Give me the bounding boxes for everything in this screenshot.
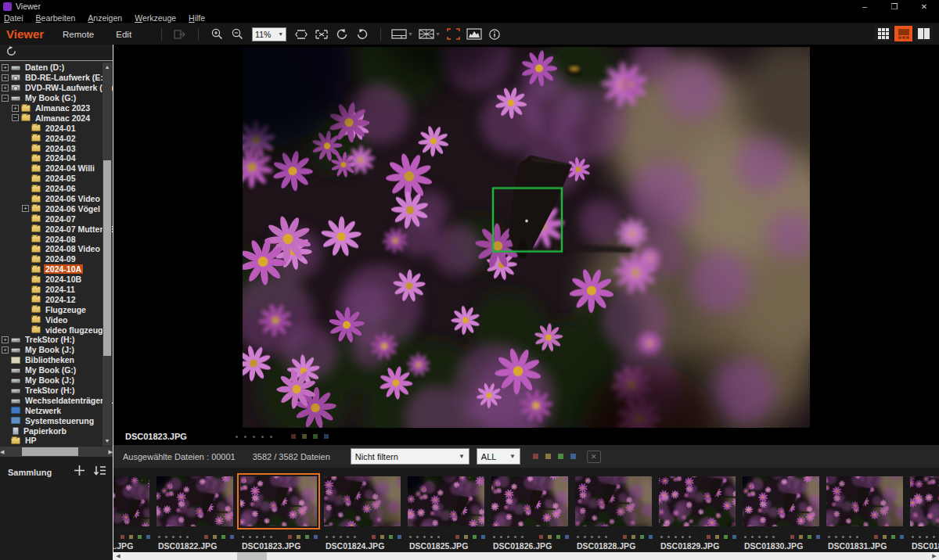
histogram-icon[interactable] xyxy=(465,26,484,43)
tree-item[interactable]: My Book (J:) xyxy=(0,375,113,386)
thumbnail-rating-row[interactable] xyxy=(113,533,151,540)
thumbnail-rating-row[interactable] xyxy=(744,533,821,540)
rating-dot[interactable] xyxy=(507,536,509,538)
rating-dot[interactable] xyxy=(521,536,523,538)
thumbnail-cell[interactable]: DSC01829.JPG xyxy=(659,473,737,552)
filter-label-red[interactable] xyxy=(533,454,538,459)
rating-dot[interactable] xyxy=(165,536,167,538)
thumbnail-cell[interactable]: DSC01822.JPG xyxy=(156,473,235,552)
filmstrip-scrollbar[interactable]: ◀ ▶ xyxy=(113,552,939,560)
rating-dot[interactable] xyxy=(437,536,440,538)
color-label-blue[interactable] xyxy=(314,535,318,539)
tree-vertical-scrollbar[interactable]: ▲ ▼ xyxy=(103,63,112,446)
tree-item[interactable]: +Daten (D:) xyxy=(0,63,113,73)
color-label-red[interactable] xyxy=(121,535,124,539)
tree-item[interactable]: Papierkorb xyxy=(0,425,113,436)
restore-button[interactable]: ❐ xyxy=(880,0,909,13)
thumbnail-image[interactable] xyxy=(324,476,401,526)
label-filter-dropdown[interactable]: ALL▼ xyxy=(477,448,520,465)
filter-label-green[interactable] xyxy=(558,454,563,459)
rating-dot[interactable] xyxy=(744,536,747,538)
thumbnail-cell[interactable]: DSC01824.JPG xyxy=(324,473,402,552)
rating-dot[interactable] xyxy=(409,536,412,538)
thumbnail-image[interactable] xyxy=(156,476,233,526)
thumbnail-image[interactable] xyxy=(910,476,939,526)
zoom-level-select[interactable]: 11%▼ xyxy=(252,27,286,41)
tree-item[interactable]: −My Book (G:) xyxy=(0,93,113,103)
rating-dot[interactable] xyxy=(849,536,851,538)
rating-dot[interactable] xyxy=(856,536,858,538)
rating-dot[interactable] xyxy=(423,536,426,538)
rating-dot[interactable] xyxy=(263,536,265,538)
rating-dot[interactable] xyxy=(751,536,754,538)
rating-dot[interactable] xyxy=(605,536,607,538)
compare-view-button[interactable] xyxy=(915,26,933,41)
tree-item[interactable]: 2024-12 xyxy=(0,294,113,304)
minimize-button[interactable]: – xyxy=(850,0,880,13)
rotate-left-icon[interactable] xyxy=(333,26,351,43)
collapse-icon[interactable]: − xyxy=(12,114,19,121)
color-label-yellow[interactable] xyxy=(464,535,468,539)
rating-dot[interactable] xyxy=(270,436,272,438)
tab-remote[interactable]: Remote xyxy=(63,30,94,39)
color-label-green[interactable] xyxy=(389,535,393,539)
thumbnail-cell[interactable]: DSC01828.JPG xyxy=(575,473,653,552)
rating-dot[interactable] xyxy=(842,536,844,538)
rating-dot[interactable] xyxy=(244,436,246,438)
menu-item-bearbeiten[interactable]: Bearbeiten xyxy=(36,13,76,23)
rating-dot[interactable] xyxy=(347,536,349,538)
thumbnail-cell[interactable]: DSC01826.JPG xyxy=(491,473,570,552)
thumbnail-rating-row[interactable] xyxy=(242,533,318,540)
tree-item[interactable]: 2024-04 Willi xyxy=(0,163,113,174)
expand-icon[interactable]: + xyxy=(2,346,9,354)
tree-item[interactable]: 2024-07 Mutter 85 xyxy=(0,224,113,234)
tree-item[interactable]: 2024-10A xyxy=(0,264,113,275)
rating-dot[interactable] xyxy=(598,536,600,538)
thumbnail-cell[interactable]: DSC01823.JPG xyxy=(240,473,318,552)
expand-icon[interactable]: + xyxy=(2,84,9,92)
tree-item[interactable]: +BD-RE-Laufwerk (E:) xyxy=(0,73,113,83)
color-label-yellow[interactable] xyxy=(631,535,635,539)
color-label-yellow[interactable] xyxy=(715,535,719,539)
tree-item[interactable]: +My Book (J:) xyxy=(0,345,113,355)
rating-dot[interactable] xyxy=(667,536,670,538)
rating-dot[interactable] xyxy=(584,536,586,538)
collapse-icon[interactable]: − xyxy=(2,95,9,102)
filter-label-blue[interactable] xyxy=(570,454,576,459)
label-filter-buttons[interactable] xyxy=(533,454,576,459)
thumbnail-rating-row[interactable] xyxy=(326,533,402,540)
filter-dropdown[interactable]: Nicht filtern▼ xyxy=(351,448,470,465)
thumbnail-image[interactable] xyxy=(575,476,652,526)
tree-item[interactable]: 2024-08 Video xyxy=(0,244,113,254)
fit-to-screen-icon[interactable] xyxy=(292,26,311,43)
expand-icon[interactable]: + xyxy=(12,105,19,112)
rating-dot[interactable] xyxy=(236,436,238,438)
scroll-down-icon[interactable]: ▼ xyxy=(105,436,110,446)
thumbnail-rating-row[interactable] xyxy=(493,533,570,540)
color-label-blue[interactable] xyxy=(146,535,150,539)
tree-item[interactable]: 2024-01 xyxy=(0,123,113,133)
tree-item[interactable]: Systemsteuerung xyxy=(0,415,113,425)
thumbnail-cell[interactable]: DSC01830.JPG xyxy=(743,473,821,552)
scroll-right-icon[interactable]: ▶ xyxy=(930,553,939,559)
rating-and-labels[interactable] xyxy=(236,434,329,439)
rating-dot[interactable] xyxy=(416,536,419,538)
color-label-yellow[interactable] xyxy=(380,535,384,539)
color-label-yellow[interactable] xyxy=(883,535,887,539)
color-label-blue[interactable] xyxy=(900,535,904,539)
thumbnail-rating-row[interactable] xyxy=(409,533,486,540)
filmstrip-view-button[interactable] xyxy=(894,26,912,41)
tree-item[interactable]: +2024-06 Vögel xyxy=(0,203,113,214)
expand-icon[interactable]: + xyxy=(2,336,9,343)
color-label-red[interactable] xyxy=(291,434,296,439)
rating-dot[interactable] xyxy=(326,536,328,538)
chevron-down-icon[interactable]: ▼ xyxy=(408,31,413,37)
tree-item[interactable]: video flugzeuge xyxy=(0,325,113,335)
color-label-blue[interactable] xyxy=(816,535,820,539)
color-label-red[interactable] xyxy=(455,535,459,539)
color-label-yellow[interactable] xyxy=(799,535,803,539)
chevron-down-icon[interactable]: ▼ xyxy=(435,31,441,37)
color-label-red[interactable] xyxy=(623,535,627,539)
thumbnail-image[interactable] xyxy=(240,476,317,526)
tree-item[interactable]: Flugzeuge xyxy=(0,304,113,314)
